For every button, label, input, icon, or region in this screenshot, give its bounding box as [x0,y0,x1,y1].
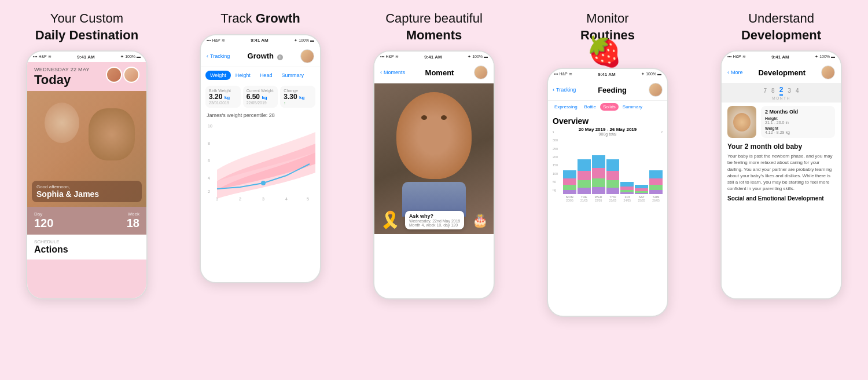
phone1-date: WEDNESDAY 22 MAY [34,67,90,72]
growth-chart: 10 8 6 4 2 1 2 3 [201,120,320,282]
status-signal-1: ▪▪▪ H&P ≋ [33,54,52,59]
section-capture-moments: Capture beautiful Moments ▪▪▪ H&P ≋ 9:41… [347,0,521,380]
svg-text:4: 4 [285,197,288,201]
phone1-today: Today [34,72,90,87]
svg-point-5 [261,181,266,185]
phone5-back-nav[interactable]: ‹ More [727,70,743,75]
phone3-mockup: ▪▪▪ H&P ≋ 9:41 AM ✦ 100% ▬ ‹ Moments Mom… [373,50,495,299]
growth-chart-svg: 10 8 6 4 2 1 2 3 [205,120,315,202]
svg-text:1: 1 [216,197,218,201]
dev-content: 2 Months Old Height 21.1 - 26.0 in Weigh… [722,103,841,298]
phone1-body: WEDNESDAY 22 MAY Today [27,62,146,298]
bar-thu: THU 23/05 [606,152,620,202]
growth-stats-row: Birth Weight 3.20 kg 23/01/2019 Current … [201,83,320,110]
section4-title: Monitor Routines [580,10,635,43]
tab-summary[interactable]: Summary [277,71,308,80]
dev-main-title: Your 2 month old baby [727,142,835,151]
phone1-mockup: ▪▪▪ H&P ≋ 9:41 AM ✦ 100% ▬ WEDNESDAY 22 … [26,50,148,299]
chart-area-feeding: Overview ‹ 20 May 2019 - 26 May 2019 900… [548,113,667,206]
section-track-growth: Track Growth ▪▪▪ H&P ≋ 9:41 AM ✦ 100% ▬ … [174,0,347,380]
phone5-nav-title: Development [743,68,821,77]
phone4-nav: ‹ Tracking Feeding [548,79,667,101]
phone3-baby-photo: 🎗️ Ask why? Wednesday, 22nd May 2019 Mon… [374,83,494,234]
phone3-back-nav[interactable]: ‹ Moments [380,70,405,75]
phone4-screen: ‹ Tracking Feeding Expressing Bottle Sol… [548,79,667,316]
phone2-tab-row: Weight Height Head Summary [201,67,320,83]
phone2-avatar [300,49,314,63]
tab-head[interactable]: Head [255,71,277,80]
ask-why-detail: Month 4, week 18, day 120 [409,223,460,227]
info-icon-growth[interactable]: i [277,54,283,60]
phone2-back-nav[interactable]: ‹ Tracking [207,53,230,59]
phone1-header: WEDNESDAY 22 MAY Today [27,62,146,91]
tab-expressing[interactable]: Expressing [551,103,580,111]
phone1-greeting-box: Good afternoon, Sophia & James [32,181,142,202]
dev-section-title: Social and Emotional Development [727,195,835,202]
month-tab-2-active[interactable]: 2 [779,86,784,96]
avatar-overlay-1 [106,67,139,83]
phone3-nav: ‹ Moments Moment [374,62,494,83]
phone4-nav-title: Feeding [576,86,649,94]
status-bar-3: ▪▪▪ H&P ≋ 9:41 AM ✦ 100% ▬ [374,52,494,62]
status-time-1: 9:41 AM [77,54,94,60]
phone3-avatar [474,65,488,79]
phone3-nav-title: Moment [405,68,474,77]
svg-text:6: 6 [208,159,210,163]
section5-title: Understand Development [741,10,821,43]
phone1-week-stat: Week 18 [127,211,139,230]
overview-title: Overview [553,116,589,126]
tab-solids[interactable]: Solids [600,103,619,111]
status-battery-1: ✦ 100% ▬ [120,54,141,59]
feeding-bar-chart: 300 250 200 150 100 50 0g [553,138,663,202]
chart-prev[interactable]: ‹ [553,130,554,134]
phone1-hero-image: Good afternoon, Sophia & James [27,91,146,207]
phone1-schedule-section: Schedule Actions [27,235,146,260]
month-tab-7[interactable]: 7 [764,87,767,94]
svg-text:2: 2 [208,189,210,193]
svg-text:2: 2 [239,197,241,201]
svg-text:10: 10 [208,124,212,128]
phone3-screen: ‹ Moments Moment 🎗️ [374,62,494,298]
avatar-mom-1 [123,67,139,83]
baby-smiling-photo [727,106,756,138]
phone5-nav: ‹ More Development [722,62,841,83]
phone2-screen: ‹ Tracking Growth i Weight Height Head S… [201,46,320,282]
month-tab-3[interactable]: 3 [788,87,791,94]
month-tab-8[interactable]: 8 [771,87,775,94]
chart-next[interactable]: › [661,130,663,134]
svg-text:8: 8 [208,141,210,145]
phone1-stats-row: Day 120 Week 18 [27,207,146,235]
dev-hero-row: 2 Months Old Height 21.1 - 26.0 in Weigh… [727,106,835,138]
section-daily-destination: Your Custom Daily Destination ▪▪▪ H&P ≋ … [0,0,174,380]
dev-info-card: 2 Months Old Height 21.1 - 26.0 in Weigh… [761,106,835,138]
phone5-mockup: ▪▪▪ H&P ≋ 9:41 AM ✦ 100% ▬ ‹ More Develo… [720,50,842,299]
tab-weight[interactable]: Weight [205,71,231,80]
bar-mon: MON 20/05 [563,162,576,202]
tab-feeding-summary[interactable]: Summary [620,103,645,111]
phone1-day-stat: Day 120 [34,211,53,230]
status-bar-1: ▪▪▪ H&P ≋ 9:41 AM ✦ 100% ▬ [27,52,146,62]
y-axis: 300 250 200 150 100 50 0g [553,138,558,192]
change-card: Change 3.30 kg ↑ [280,86,315,108]
tab-bottle[interactable]: Bottle [582,103,599,111]
status-bar-5: ▪▪▪ H&P ≋ 9:41 AM ✦ 100% ▬ [722,52,841,62]
bar-fri: FRI 24/05 [620,178,634,202]
phone5-avatar [821,65,835,79]
svg-text:3: 3 [262,197,264,201]
phone5-screen: ‹ More Development 7 8 2 3 4 MONTH [722,62,841,298]
phone2-nav-title: Growth i [230,52,300,60]
section1-title: Your Custom Daily Destination [35,10,138,43]
growth-percentile: James's weight percentile: 28 [201,110,320,120]
ask-why-title: Ask why? [409,213,460,219]
phone1-greeting-small: Good afternoon, [36,184,137,189]
phone1-greeting-name: Sophia & James [36,189,137,199]
phone4-back-nav[interactable]: ‹ Tracking [553,87,576,93]
phone1-screen: WEDNESDAY 22 MAY Today [27,62,146,298]
tab-height[interactable]: Height [231,71,255,80]
phone4-tab-row: Expressing Bottle Solids Summary [548,101,667,113]
status-bar-4: ▪▪▪ H&P ≋ 9:41 AM ✦ 100% ▬ [548,69,667,79]
month-tab-4[interactable]: 4 [796,87,799,94]
phone4-mockup: ▪▪▪ H&P ≋ 9:41 AM ✦ 100% ▬ ‹ Tracking Fe… [547,68,668,317]
svg-text:4: 4 [208,176,210,180]
phone2-mockup: ▪▪▪ H&P ≋ 9:41 AM ✦ 100% ▬ ‹ Tracking Gr… [200,34,321,283]
